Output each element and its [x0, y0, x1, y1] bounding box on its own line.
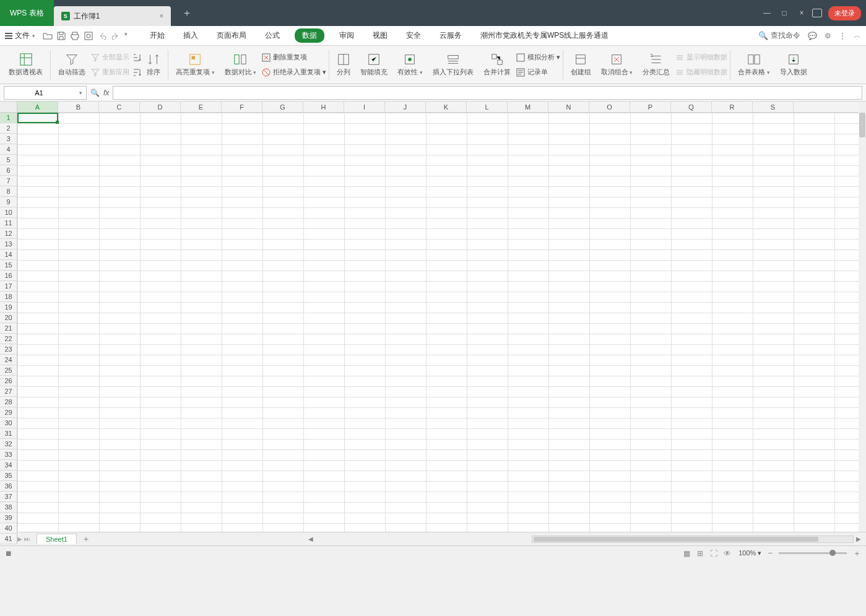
maximize-icon[interactable]: □: [780, 9, 789, 17]
more-icon[interactable]: ⋮: [839, 32, 846, 40]
page-break-view-icon[interactable]: ⊞: [695, 549, 705, 558]
column-header[interactable]: F: [222, 102, 262, 112]
row-header[interactable]: 15: [0, 260, 17, 271]
active-cell-cursor[interactable]: [17, 113, 58, 123]
row-header[interactable]: 22: [0, 334, 17, 344]
horizontal-scrollbar[interactable]: [532, 536, 854, 543]
column-header[interactable]: E: [181, 102, 222, 112]
name-dropdown-icon[interactable]: ▾: [79, 90, 82, 96]
column-header[interactable]: O: [589, 102, 630, 112]
sort-asc-button[interactable]: [132, 51, 142, 64]
ungroup-button[interactable]: 取消组合 ▾: [596, 48, 638, 82]
column-header[interactable]: G: [262, 102, 303, 112]
open-icon[interactable]: [43, 31, 53, 41]
column-header[interactable]: H: [303, 102, 344, 112]
app-tab[interactable]: WPS 表格: [0, 0, 54, 26]
qat-caret-icon[interactable]: ▾: [124, 31, 128, 41]
row-header[interactable]: 2: [0, 123, 17, 134]
row-header[interactable]: 10: [0, 207, 17, 218]
reapply-button[interactable]: 重新应用: [90, 66, 129, 79]
column-header[interactable]: C: [99, 102, 140, 112]
row-header[interactable]: 34: [0, 460, 17, 471]
text-to-columns-button[interactable]: 分列: [332, 48, 355, 82]
collapse-ribbon-icon[interactable]: ︿: [854, 30, 861, 41]
row-header[interactable]: 18: [0, 292, 17, 302]
row-header[interactable]: 27: [0, 386, 17, 397]
undo-icon[interactable]: [97, 31, 107, 41]
row-header[interactable]: 32: [0, 439, 17, 449]
add-sheet-button[interactable]: ＋: [82, 534, 90, 545]
close-window-icon[interactable]: ×: [797, 9, 806, 17]
row-header[interactable]: 5: [0, 155, 17, 165]
record-macro-icon[interactable]: ⏹: [5, 549, 12, 558]
file-menu[interactable]: 文件 ▾: [5, 30, 35, 41]
column-header[interactable]: I: [344, 102, 385, 112]
popup-window-icon[interactable]: [812, 9, 822, 17]
new-tab-button[interactable]: ＋: [182, 7, 192, 20]
tab-custom-service[interactable]: 潮州市党政机关专属WPS线上服务通道: [477, 28, 612, 43]
normal-view-icon[interactable]: ▦: [682, 549, 691, 558]
insert-dropdown-button[interactable]: 插入下拉列表: [428, 48, 478, 82]
row-header[interactable]: 4: [0, 144, 17, 155]
merge-tables-button[interactable]: 合并表格 ▾: [733, 48, 775, 82]
show-all-button[interactable]: 全部显示: [90, 51, 129, 64]
column-header[interactable]: S: [753, 102, 794, 112]
column-header[interactable]: P: [630, 102, 671, 112]
row-header[interactable]: 26: [0, 376, 17, 386]
zoom-slider-thumb[interactable]: [829, 550, 836, 556]
eye-view-icon[interactable]: 👁: [722, 549, 732, 558]
tab-page-layout[interactable]: 页面布局: [213, 28, 250, 43]
column-header[interactable]: Q: [671, 102, 712, 112]
close-tab-icon[interactable]: ×: [159, 12, 163, 20]
row-header[interactable]: 33: [0, 449, 17, 460]
redo-icon[interactable]: [111, 31, 121, 41]
column-header[interactable]: D: [140, 102, 181, 112]
row-header[interactable]: 16: [0, 271, 17, 281]
pivot-table-button[interactable]: 数据透视表: [4, 48, 48, 82]
row-header[interactable]: 23: [0, 344, 17, 355]
sort-button[interactable]: 排序: [142, 48, 165, 82]
zoom-slider[interactable]: [779, 552, 847, 554]
row-header[interactable]: 35: [0, 471, 17, 481]
row-header[interactable]: 29: [0, 407, 17, 418]
subtotal-button[interactable]: Σ 分类汇总: [638, 48, 675, 82]
hide-detail-button[interactable]: 隐藏明细数据: [675, 66, 727, 79]
row-header[interactable]: 3: [0, 134, 17, 144]
show-detail-button[interactable]: 显示明细数据: [675, 51, 727, 64]
cell-reference-input[interactable]: [8, 89, 70, 97]
row-header[interactable]: 19: [0, 302, 17, 313]
row-header[interactable]: 12: [0, 228, 17, 239]
last-sheet-icon[interactable]: ⏭: [24, 536, 30, 542]
validation-button[interactable]: 有效性 ▾: [392, 48, 428, 82]
row-header[interactable]: 28: [0, 397, 17, 407]
select-all-corner[interactable]: [0, 102, 17, 113]
tab-security[interactable]: 安全: [402, 28, 425, 43]
reject-duplicates-button[interactable]: 拒绝录入重复项 ▾: [261, 66, 326, 79]
tab-view[interactable]: 视图: [369, 28, 391, 43]
data-compare-button[interactable]: 数据对比 ▾: [220, 48, 262, 82]
print-icon[interactable]: [70, 31, 80, 41]
row-header[interactable]: 39: [0, 513, 17, 523]
settings-icon[interactable]: ⚙: [825, 32, 831, 40]
remove-duplicates-button[interactable]: 删除重复项: [261, 51, 326, 64]
column-header[interactable]: N: [548, 102, 589, 112]
row-header[interactable]: 1: [0, 113, 17, 123]
row-header[interactable]: 20: [0, 313, 17, 323]
tab-review[interactable]: 审阅: [336, 28, 358, 43]
import-data-button[interactable]: 导入数据: [775, 48, 812, 82]
sort-desc-button[interactable]: [132, 66, 142, 79]
fx-icon[interactable]: fx: [103, 89, 109, 97]
zoom-level-label[interactable]: 100% ▾: [738, 549, 761, 557]
group-button[interactable]: 创建组: [566, 48, 596, 82]
feedback-icon[interactable]: 💬: [808, 32, 817, 40]
row-header[interactable]: 30: [0, 418, 17, 428]
column-header[interactable]: A: [17, 102, 58, 112]
save-icon[interactable]: [56, 31, 66, 41]
row-header[interactable]: 40: [0, 523, 17, 534]
consolidate-button[interactable]: 合并计算: [478, 48, 516, 82]
scroll-left-icon[interactable]: ◀: [306, 536, 316, 542]
minimize-icon[interactable]: —: [763, 9, 771, 17]
fullscreen-view-icon[interactable]: ⛶: [709, 549, 719, 558]
zoom-in-button[interactable]: ＋: [853, 548, 861, 559]
row-header[interactable]: 24: [0, 355, 17, 365]
